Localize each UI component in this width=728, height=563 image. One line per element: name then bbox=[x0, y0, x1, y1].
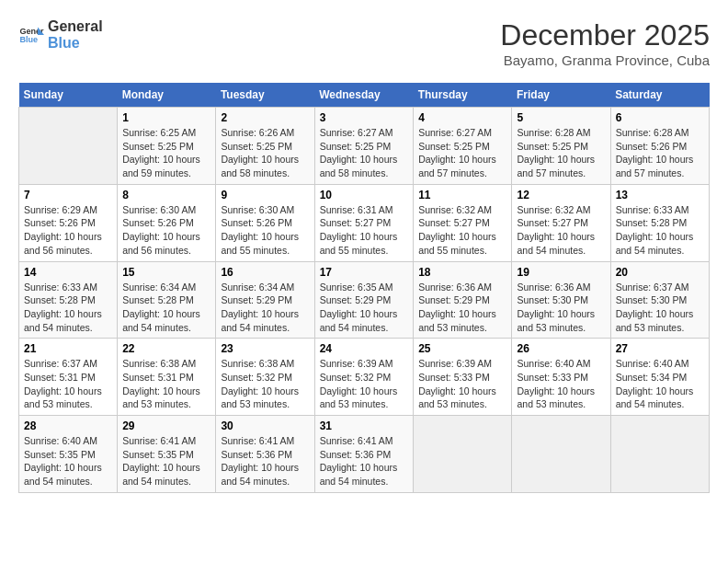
day-number: 11 bbox=[418, 189, 506, 201]
day-info: Sunrise: 6:37 AM Sunset: 5:31 PM Dayligh… bbox=[24, 357, 112, 411]
calendar-cell: 18Sunrise: 6:36 AM Sunset: 5:29 PM Dayli… bbox=[414, 261, 512, 339]
calendar-cell: 30Sunrise: 6:41 AM Sunset: 5:36 PM Dayli… bbox=[216, 416, 314, 493]
calendar-cell: 17Sunrise: 6:35 AM Sunset: 5:29 PM Dayli… bbox=[314, 261, 414, 339]
day-info: Sunrise: 6:35 AM Sunset: 5:29 PM Dayligh… bbox=[320, 281, 409, 335]
day-info: Sunrise: 6:30 AM Sunset: 5:26 PM Dayligh… bbox=[221, 203, 309, 258]
day-number: 17 bbox=[320, 266, 409, 279]
day-info: Sunrise: 6:38 AM Sunset: 5:32 PM Dayligh… bbox=[221, 357, 309, 411]
day-number: 25 bbox=[418, 342, 506, 355]
calendar-week-row: 7Sunrise: 6:29 AM Sunset: 5:26 PM Daylig… bbox=[19, 184, 710, 261]
day-number: 29 bbox=[122, 419, 210, 432]
calendar-cell: 25Sunrise: 6:39 AM Sunset: 5:33 PM Dayli… bbox=[414, 339, 512, 416]
calendar-cell: 7Sunrise: 6:29 AM Sunset: 5:26 PM Daylig… bbox=[19, 184, 118, 261]
day-info: Sunrise: 6:41 AM Sunset: 5:36 PM Dayligh… bbox=[221, 434, 309, 488]
calendar-cell: 28Sunrise: 6:40 AM Sunset: 5:35 PM Dayli… bbox=[19, 416, 118, 493]
day-info: Sunrise: 6:38 AM Sunset: 5:31 PM Dayligh… bbox=[122, 357, 210, 411]
day-info: Sunrise: 6:34 AM Sunset: 5:28 PM Dayligh… bbox=[122, 281, 210, 335]
calendar-cell: 26Sunrise: 6:40 AM Sunset: 5:33 PM Dayli… bbox=[512, 339, 610, 416]
calendar-week-row: 14Sunrise: 6:33 AM Sunset: 5:28 PM Dayli… bbox=[19, 261, 710, 339]
calendar-cell: 6Sunrise: 6:28 AM Sunset: 5:26 PM Daylig… bbox=[610, 108, 709, 185]
header-day-sunday: Sunday bbox=[19, 83, 118, 108]
header: General Blue General Blue December 2025 … bbox=[18, 18, 710, 68]
header-day-saturday: Saturday bbox=[610, 83, 709, 108]
day-number: 6 bbox=[616, 111, 704, 124]
calendar-cell: 4Sunrise: 6:27 AM Sunset: 5:25 PM Daylig… bbox=[414, 108, 512, 185]
calendar-cell bbox=[610, 416, 709, 493]
day-number: 28 bbox=[24, 419, 112, 432]
day-info: Sunrise: 6:26 AM Sunset: 5:25 PM Dayligh… bbox=[221, 126, 309, 180]
calendar-week-row: 21Sunrise: 6:37 AM Sunset: 5:31 PM Dayli… bbox=[19, 339, 710, 416]
logo-blue-text: Blue bbox=[48, 35, 103, 52]
day-number: 8 bbox=[122, 189, 210, 201]
day-number: 19 bbox=[517, 266, 605, 279]
calendar-cell: 13Sunrise: 6:33 AM Sunset: 5:28 PM Dayli… bbox=[610, 184, 709, 261]
day-number: 23 bbox=[221, 342, 309, 355]
calendar-cell: 31Sunrise: 6:41 AM Sunset: 5:36 PM Dayli… bbox=[314, 416, 414, 493]
header-day-thursday: Thursday bbox=[414, 83, 512, 108]
day-number: 2 bbox=[221, 111, 309, 124]
day-number: 4 bbox=[418, 111, 506, 124]
day-number: 12 bbox=[517, 189, 605, 201]
day-number: 30 bbox=[221, 419, 309, 432]
day-info: Sunrise: 6:41 AM Sunset: 5:36 PM Dayligh… bbox=[320, 434, 409, 488]
calendar-cell bbox=[414, 416, 512, 493]
day-info: Sunrise: 6:32 AM Sunset: 5:27 PM Dayligh… bbox=[418, 203, 506, 258]
day-info: Sunrise: 6:28 AM Sunset: 5:26 PM Dayligh… bbox=[616, 126, 704, 180]
calendar-cell: 27Sunrise: 6:40 AM Sunset: 5:34 PM Dayli… bbox=[610, 339, 709, 416]
day-number: 7 bbox=[24, 189, 112, 201]
calendar-cell bbox=[512, 416, 610, 493]
logo: General Blue General Blue bbox=[18, 18, 103, 51]
day-info: Sunrise: 6:40 AM Sunset: 5:35 PM Dayligh… bbox=[24, 434, 112, 488]
day-number: 15 bbox=[122, 266, 210, 279]
logo-general-text: General bbox=[48, 18, 103, 35]
calendar-cell: 29Sunrise: 6:41 AM Sunset: 5:35 PM Dayli… bbox=[118, 416, 216, 493]
calendar-cell: 9Sunrise: 6:30 AM Sunset: 5:26 PM Daylig… bbox=[216, 184, 314, 261]
header-day-monday: Monday bbox=[118, 83, 216, 108]
calendar-cell: 20Sunrise: 6:37 AM Sunset: 5:30 PM Dayli… bbox=[610, 261, 709, 339]
calendar-week-row: 28Sunrise: 6:40 AM Sunset: 5:35 PM Dayli… bbox=[19, 416, 710, 493]
calendar-cell: 5Sunrise: 6:28 AM Sunset: 5:25 PM Daylig… bbox=[512, 108, 610, 185]
day-info: Sunrise: 6:25 AM Sunset: 5:25 PM Dayligh… bbox=[122, 126, 210, 180]
day-info: Sunrise: 6:27 AM Sunset: 5:25 PM Dayligh… bbox=[320, 126, 409, 180]
day-number: 10 bbox=[320, 189, 409, 201]
day-info: Sunrise: 6:33 AM Sunset: 5:28 PM Dayligh… bbox=[24, 281, 112, 335]
day-number: 1 bbox=[122, 111, 210, 124]
day-info: Sunrise: 6:30 AM Sunset: 5:26 PM Dayligh… bbox=[122, 203, 210, 258]
day-info: Sunrise: 6:32 AM Sunset: 5:27 PM Dayligh… bbox=[517, 203, 605, 258]
title-section: December 2025 Bayamo, Granma Province, C… bbox=[500, 18, 710, 68]
day-info: Sunrise: 6:36 AM Sunset: 5:29 PM Dayligh… bbox=[418, 281, 506, 335]
day-number: 16 bbox=[221, 266, 309, 279]
day-info: Sunrise: 6:27 AM Sunset: 5:25 PM Dayligh… bbox=[418, 126, 506, 180]
calendar-header-row: SundayMondayTuesdayWednesdayThursdayFrid… bbox=[19, 83, 710, 108]
calendar-subtitle: Bayamo, Granma Province, Cuba bbox=[500, 52, 710, 68]
calendar-cell: 14Sunrise: 6:33 AM Sunset: 5:28 PM Dayli… bbox=[19, 261, 118, 339]
day-number: 20 bbox=[616, 266, 704, 279]
day-info: Sunrise: 6:36 AM Sunset: 5:30 PM Dayligh… bbox=[517, 281, 605, 335]
day-info: Sunrise: 6:39 AM Sunset: 5:33 PM Dayligh… bbox=[418, 357, 506, 411]
calendar-cell: 24Sunrise: 6:39 AM Sunset: 5:32 PM Dayli… bbox=[314, 339, 414, 416]
calendar-cell: 16Sunrise: 6:34 AM Sunset: 5:29 PM Dayli… bbox=[216, 261, 314, 339]
day-info: Sunrise: 6:40 AM Sunset: 5:34 PM Dayligh… bbox=[616, 357, 704, 411]
calendar-cell: 12Sunrise: 6:32 AM Sunset: 5:27 PM Dayli… bbox=[512, 184, 610, 261]
calendar-cell bbox=[19, 108, 118, 185]
day-number: 31 bbox=[320, 419, 409, 432]
day-info: Sunrise: 6:39 AM Sunset: 5:32 PM Dayligh… bbox=[320, 357, 409, 411]
day-info: Sunrise: 6:37 AM Sunset: 5:30 PM Dayligh… bbox=[616, 281, 704, 335]
day-info: Sunrise: 6:34 AM Sunset: 5:29 PM Dayligh… bbox=[221, 281, 309, 335]
day-number: 21 bbox=[24, 342, 112, 355]
day-number: 27 bbox=[616, 342, 704, 355]
day-number: 18 bbox=[418, 266, 506, 279]
day-info: Sunrise: 6:31 AM Sunset: 5:27 PM Dayligh… bbox=[320, 203, 409, 258]
day-info: Sunrise: 6:28 AM Sunset: 5:25 PM Dayligh… bbox=[517, 126, 605, 180]
logo-icon: General Blue bbox=[18, 22, 44, 48]
day-number: 3 bbox=[320, 111, 409, 124]
calendar-cell: 8Sunrise: 6:30 AM Sunset: 5:26 PM Daylig… bbox=[118, 184, 216, 261]
calendar-week-row: 1Sunrise: 6:25 AM Sunset: 5:25 PM Daylig… bbox=[19, 108, 710, 185]
calendar-cell: 22Sunrise: 6:38 AM Sunset: 5:31 PM Dayli… bbox=[118, 339, 216, 416]
calendar-cell: 23Sunrise: 6:38 AM Sunset: 5:32 PM Dayli… bbox=[216, 339, 314, 416]
day-info: Sunrise: 6:40 AM Sunset: 5:33 PM Dayligh… bbox=[517, 357, 605, 411]
calendar-cell: 11Sunrise: 6:32 AM Sunset: 5:27 PM Dayli… bbox=[414, 184, 512, 261]
calendar-cell: 19Sunrise: 6:36 AM Sunset: 5:30 PM Dayli… bbox=[512, 261, 610, 339]
day-number: 24 bbox=[320, 342, 409, 355]
header-day-tuesday: Tuesday bbox=[216, 83, 314, 108]
